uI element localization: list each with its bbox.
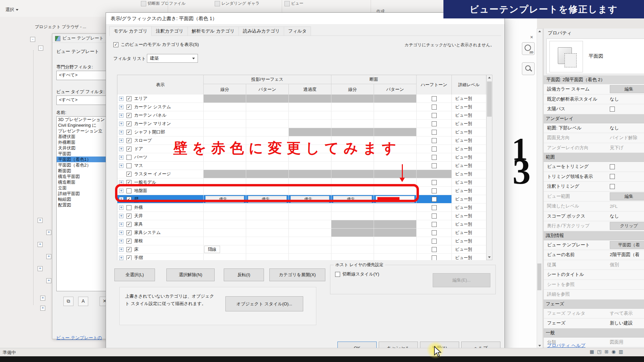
override-cell[interactable] (331, 203, 374, 212)
property-row[interactable]: 範囲: 下部レベルなし (544, 123, 644, 133)
close-icon[interactable]: ✕ (530, 35, 533, 40)
override-cell[interactable] (246, 103, 289, 111)
checkbox-icon[interactable] (113, 42, 118, 47)
halftone-checkbox[interactable] (432, 214, 437, 219)
expand-icon[interactable] (119, 164, 123, 168)
property-button[interactable]: 編集 (610, 85, 644, 93)
ribbon-fragment[interactable]: ビュー (291, 1, 304, 6)
property-value[interactable]: すべて表示 (610, 310, 644, 316)
property-row[interactable]: 既定の解析表示スタイルなし (544, 95, 644, 105)
property-value[interactable] (610, 107, 644, 112)
override-cell[interactable] (331, 162, 374, 170)
status-icon[interactable]: ◳ (597, 349, 601, 354)
property-button[interactable]: 編集 (610, 192, 644, 200)
instance-label[interactable]: 平面図: 2階平面図（着色 2） (544, 75, 644, 84)
property-value[interactable] (610, 174, 644, 179)
override-cell[interactable] (246, 237, 289, 245)
detail-level-cell[interactable]: ビュー別 (452, 136, 486, 144)
tab-analytical-categories[interactable]: 解析モデル カテゴリ (188, 26, 239, 36)
tab-imported-categories[interactable]: 読み込みカテゴリ (239, 26, 284, 36)
override-cell[interactable] (289, 203, 331, 212)
property-value[interactable]: 編集 (610, 192, 644, 200)
expand-icon[interactable] (119, 138, 123, 143)
ribbon-fragment[interactable]: レンダリング ギャラ (221, 1, 260, 6)
tree-expand-icon[interactable]: + (40, 296, 45, 301)
select-dropdown[interactable]: 選択 (3, 5, 29, 14)
detail-level-cell[interactable]: ビュー別 (452, 229, 486, 237)
override-cell[interactable] (289, 111, 331, 119)
override-cell[interactable] (246, 111, 289, 119)
halftone-cell[interactable] (417, 95, 452, 103)
override-cell[interactable] (204, 120, 246, 128)
override-cell[interactable] (246, 229, 289, 237)
expand-icon[interactable] (119, 130, 123, 134)
override-cell[interactable] (374, 254, 417, 260)
checkbox-icon[interactable] (335, 272, 340, 277)
tab-filters[interactable]: フィルタ (284, 26, 311, 36)
property-value[interactable]: 図面用 (610, 339, 644, 345)
override-cell[interactable] (374, 162, 417, 170)
property-value[interactable]: 新しい建設 (610, 320, 644, 326)
expand-all-button[interactable]: カテゴリを展開(X) (269, 268, 325, 281)
override-cell[interactable] (374, 237, 417, 245)
override-cell[interactable] (374, 170, 417, 178)
property-row[interactable]: 注釈トリミング (544, 182, 644, 192)
steering-wheel-button[interactable]: 2D (522, 42, 535, 55)
detail-level-cell[interactable]: ビュー別 (452, 95, 486, 103)
override-cell[interactable] (289, 254, 331, 260)
halftone-cell[interactable] (417, 245, 452, 253)
halftone-cell[interactable] (417, 237, 452, 245)
ribbon-tool-icon[interactable] (284, 1, 290, 6)
category-row[interactable]: マスビュー別 (117, 162, 486, 170)
status-icon[interactable]: ▦ (590, 349, 594, 354)
override-cell[interactable] (374, 95, 417, 103)
expand-icon[interactable] (119, 231, 123, 235)
category-row[interactable]: シャフト開口部ビュー別 (117, 128, 486, 136)
property-row[interactable]: ビューをトリミング (544, 162, 644, 172)
cut-line-styles-checkbox[interactable]: 切断線スタイル(Y) (335, 271, 379, 277)
category-row[interactable]: 外構ビュー別 (117, 203, 486, 212)
override-cell[interactable] (289, 95, 331, 103)
expand-icon[interactable] (119, 113, 123, 118)
tree-expand-icon[interactable]: + (46, 278, 51, 283)
detail-level-cell[interactable]: ビュー別 (452, 111, 486, 119)
override-cell[interactable] (289, 120, 331, 128)
scroll-down-icon[interactable] (488, 256, 491, 258)
property-row[interactable]: トリミング領域を表示 (544, 172, 644, 182)
property-value[interactable]: なし (610, 96, 644, 102)
expand-icon[interactable] (119, 239, 123, 243)
ribbon-tool-icon[interactable] (141, 1, 146, 6)
duplicate-template-button[interactable]: ⧉ (63, 297, 73, 306)
category-checkbox[interactable] (126, 146, 131, 152)
object-styles-button[interactable]: オブジェクト スタイル(O)... (225, 296, 303, 311)
property-value[interactable]: なし (610, 125, 644, 131)
category-row[interactable]: 天井ビュー別 (117, 212, 486, 220)
override-cell[interactable] (204, 111, 246, 119)
halftone-cell[interactable] (417, 187, 452, 195)
override-cell[interactable] (204, 128, 246, 136)
halftone-checkbox[interactable] (432, 247, 437, 252)
override-cell[interactable] (246, 95, 289, 103)
override-cell[interactable] (289, 220, 331, 228)
detail-level-cell[interactable]: ビュー別 (452, 120, 486, 128)
override-cell[interactable] (289, 128, 331, 136)
property-row[interactable]: 関連したレベル2FL (544, 201, 644, 212)
halftone-cell[interactable] (417, 111, 452, 119)
override-cell[interactable] (374, 212, 417, 220)
property-row[interactable]: シートのタイトル (544, 270, 644, 280)
property-value[interactable]: クリップ (610, 222, 644, 230)
override-cell[interactable] (204, 220, 246, 228)
halftone-cell[interactable] (417, 103, 452, 111)
scroll-up-icon[interactable] (488, 77, 491, 78)
halftone-cell[interactable] (417, 195, 452, 203)
property-value[interactable]: 平面図（着 (610, 241, 644, 249)
category-row[interactable]: カーテン システムビュー別 (117, 103, 486, 111)
property-checkbox[interactable] (610, 174, 615, 179)
override-cell[interactable] (246, 170, 289, 178)
detail-level-cell[interactable]: ビュー別 (452, 254, 486, 260)
category-checkbox[interactable] (126, 205, 131, 210)
override-cell[interactable] (246, 220, 289, 228)
scrollbar-thumb[interactable] (537, 263, 541, 290)
detail-level-cell[interactable]: ビュー別 (452, 195, 486, 203)
type-selector[interactable]: 平面図 (546, 39, 644, 74)
